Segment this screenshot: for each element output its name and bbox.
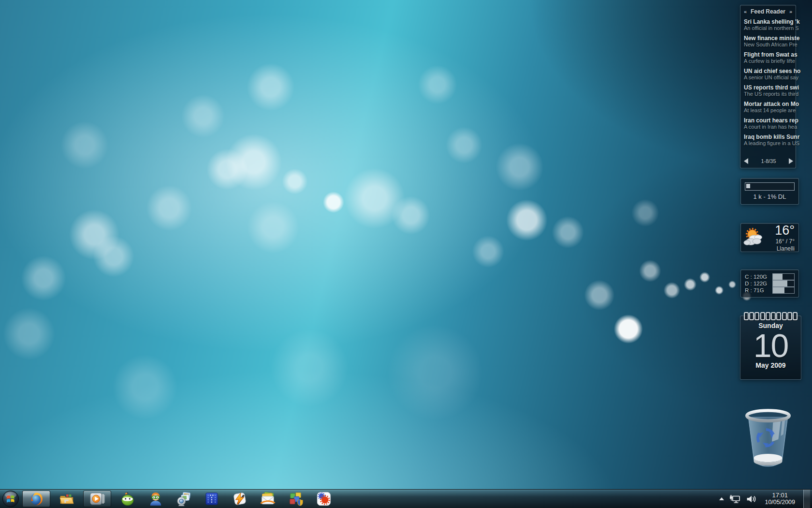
drive-usage-fill — [773, 287, 784, 293]
feed-item[interactable]: Flight from Swat as A curfew is briefly … — [744, 51, 792, 64]
windows-explorer-icon — [59, 492, 74, 506]
feed-item[interactable]: Sri Lanka shelling 'k An official in nor… — [744, 18, 792, 31]
drive-label: D : 122G — [745, 281, 770, 286]
feed-headline[interactable]: New finance ministe — [744, 35, 792, 42]
feed-summary: A court in Iran has hea — [744, 124, 792, 130]
feed-prev-icon[interactable]: « — [744, 9, 747, 15]
drive-row: D : 122G — [745, 280, 795, 287]
weather-location: Llanelli — [767, 246, 795, 252]
feed-summary: At least 14 people are — [744, 107, 792, 114]
taskbar-button-firefox[interactable] — [22, 491, 50, 507]
download-progress-track — [745, 182, 795, 191]
winamp-icon — [232, 492, 247, 506]
feed-page-next-icon[interactable] — [789, 158, 793, 164]
taskbar-button-paint-splash-app[interactable] — [312, 491, 335, 507]
taskbar-button-webcam-app[interactable] — [172, 491, 195, 507]
weather-high-low: 16° / 7° — [767, 239, 795, 244]
weather-gadget[interactable]: 16° 16° / 7° Llanelli — [740, 223, 799, 252]
show-hidden-icons-arrow[interactable] — [719, 497, 724, 500]
feed-headline[interactable]: UN aid chief sees ho — [744, 68, 792, 75]
feed-reader-title: Feed Reader — [750, 8, 786, 15]
calendar-page: Sunday 10 May 2009 — [740, 315, 801, 380]
feed-next-icon[interactable]: » — [789, 9, 792, 15]
sun-behind-clouds-icon — [743, 227, 767, 248]
feed-item[interactable]: Mortar attack on Mo At least 14 people a… — [744, 101, 792, 114]
feed-headline[interactable]: Sri Lanka shelling 'k — [744, 18, 792, 25]
drive-usage-track — [772, 280, 795, 287]
windows-logo-icon — [2, 490, 19, 508]
feed-headline[interactable]: Mortar attack on Mo — [744, 101, 792, 107]
calendar-spiral-binding — [740, 312, 801, 319]
feed-reader-gadget[interactable]: « Feed Reader » Sri Lanka shelling 'k An… — [740, 5, 796, 168]
feed-summary: A senior UN official say — [744, 75, 792, 81]
start-button[interactable] — [1, 490, 20, 508]
feed-item[interactable]: Iran court hears rep A court in Iran has… — [744, 117, 792, 130]
calendar-month-year: May 2009 — [740, 361, 801, 369]
taskbar: 17:01 10/05/2009 — [0, 489, 812, 508]
blue-dot-grid-icon — [205, 492, 218, 506]
feed-headline[interactable]: Iran court hears rep — [744, 117, 792, 124]
drive-row: C : 120G — [745, 273, 795, 280]
feed-pagination-bar: 1-8/35 — [744, 158, 793, 164]
drive-row: R : 71G — [745, 287, 795, 294]
feed-item[interactable]: US reports third swi The US reports its … — [744, 84, 792, 97]
feed-headline[interactable]: Iraq bomb kills Sunr — [744, 134, 792, 140]
system-tray: 17:01 10/05/2009 — [719, 490, 810, 508]
feed-summary: An official in northern S — [744, 25, 792, 31]
volume-icon[interactable] — [746, 495, 756, 503]
feed-item[interactable]: UN aid chief sees ho A senior UN officia… — [744, 68, 792, 81]
tray-date: 10/05/2009 — [765, 499, 795, 506]
taskbar-button-blocks-utility[interactable] — [284, 491, 307, 507]
live-mail-icon — [260, 492, 276, 506]
feed-item[interactable]: New finance ministe New South African Pr… — [744, 35, 792, 48]
tray-clock[interactable]: 17:01 10/05/2009 — [762, 492, 798, 506]
drive-usage-fill — [773, 281, 787, 286]
drive-label: C : 120G — [745, 274, 770, 280]
feed-item[interactable]: Iraq bomb kills Sunr A leading figure in… — [744, 134, 792, 147]
drive-usage-fill — [773, 274, 783, 280]
download-progress-fill — [746, 184, 750, 188]
feed-summary: The US reports its third — [744, 91, 792, 97]
drive-usage-track — [772, 273, 795, 280]
tray-time: 17:01 — [765, 492, 795, 499]
taskbar-button-chat-contact[interactable] — [144, 491, 167, 507]
feed-page-prev-icon[interactable] — [744, 158, 748, 164]
firefox-icon — [29, 492, 44, 506]
wallpaper-bokeh — [0, 0, 812, 508]
taskbar-button-dot-grid-app[interactable] — [200, 491, 223, 507]
taskbar-button-messenger-buddy[interactable] — [116, 491, 139, 507]
feed-summary: New South African Pre — [744, 42, 792, 48]
taskbar-button-media-player[interactable] — [83, 491, 111, 507]
feed-reader-titlebar: « Feed Reader » — [744, 8, 792, 15]
green-buddy-messenger-icon — [120, 492, 135, 506]
recycle-bin[interactable] — [743, 409, 793, 469]
feed-summary: A curfew is briefly lifte — [744, 58, 792, 64]
webcam-photos-icon — [176, 492, 191, 506]
feed-summary: A leading figure in a US — [744, 140, 792, 147]
feed-headline[interactable]: US reports third swi — [744, 84, 792, 91]
weather-temperature: 16° — [767, 224, 795, 237]
taskbar-button-winamp[interactable] — [228, 491, 251, 507]
drive-usage-track — [772, 287, 795, 294]
taskbar-button-live-mail[interactable] — [256, 491, 279, 507]
drive-label: R : 71G — [745, 287, 770, 293]
network-icon[interactable] — [729, 494, 741, 504]
recycle-bin-icon — [743, 409, 793, 469]
feed-headline[interactable]: Flight from Swat as — [744, 51, 792, 58]
taskbar-button-explorer[interactable] — [55, 491, 78, 507]
goggles-contact-icon — [148, 492, 163, 506]
show-desktop-button[interactable] — [803, 490, 810, 508]
desktop: « Feed Reader » Sri Lanka shelling 'k An… — [0, 0, 812, 508]
drive-meter-gadget[interactable]: C : 120G D : 122G R : 71G — [740, 269, 799, 298]
calendar-gadget[interactable]: Sunday 10 May 2009 — [740, 312, 801, 380]
download-meter-gadget[interactable]: 1 k - 1% DL — [740, 178, 799, 205]
calendar-day: 10 — [740, 329, 801, 361]
paint-splash-icon — [317, 492, 331, 506]
windows-media-player-icon — [89, 492, 105, 506]
feed-page-indicator: 1-8/35 — [748, 158, 789, 164]
download-status-text: 1 k - 1% DL — [745, 193, 795, 200]
color-blocks-shield-icon — [289, 492, 303, 506]
